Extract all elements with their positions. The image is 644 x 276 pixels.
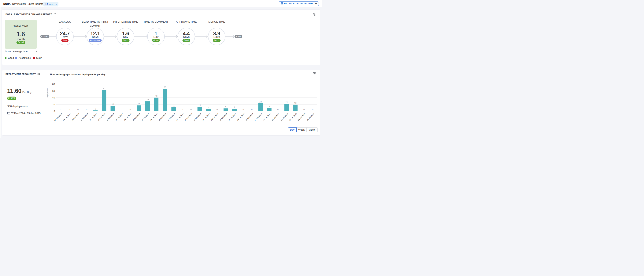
svg-text:0: 0 (69, 108, 70, 111)
svg-text:0: 0 (130, 108, 131, 111)
svg-text:19 Dec 2024: 19 Dec 2024 (158, 113, 167, 121)
svg-text:04 Jan 2025: 04 Jan 2025 (297, 113, 306, 121)
svg-text:8: 8 (225, 105, 226, 108)
svg-text:0: 0 (78, 108, 78, 111)
svg-text:0: 0 (312, 108, 313, 111)
svg-text:0: 0 (86, 108, 87, 111)
svg-text:40: 40 (155, 95, 158, 97)
svg-text:0: 0 (54, 110, 55, 112)
svg-text:0: 0 (216, 108, 218, 111)
svg-text:0: 0 (278, 108, 278, 111)
svg-text:31 Dec 2024: 31 Dec 2024 (262, 113, 271, 121)
svg-text:08 Dec 2024: 08 Dec 2024 (62, 113, 71, 121)
svg-text:28 Dec 2024: 28 Dec 2024 (236, 113, 245, 121)
svg-text:01 Jan 2025: 01 Jan 2025 (271, 113, 280, 121)
svg-text:2: 2 (95, 108, 96, 110)
svg-text:0: 0 (190, 108, 192, 111)
svg-text:25 Dec 2024: 25 Dec 2024 (210, 113, 219, 121)
svg-text:20 Dec 2024: 20 Dec 2024 (167, 113, 176, 121)
svg-text:26 Dec 2024: 26 Dec 2024 (219, 113, 228, 121)
svg-text:0: 0 (251, 108, 252, 111)
svg-text:03 Jan 2025: 03 Jan 2025 (289, 113, 297, 121)
svg-text:07 Dec 2024: 07 Dec 2024 (54, 113, 62, 121)
svg-text:16: 16 (112, 103, 114, 105)
svg-text:9: 9 (269, 105, 270, 108)
svg-text:02 Jan 2025: 02 Jan 2025 (280, 113, 288, 121)
svg-text:19: 19 (294, 102, 296, 104)
svg-text:21: 21 (286, 101, 288, 103)
svg-text:13 Dec 2024: 13 Dec 2024 (106, 113, 114, 121)
svg-text:16 Dec 2024: 16 Dec 2024 (132, 113, 141, 121)
svg-text:11 Dec 2024: 11 Dec 2024 (88, 113, 97, 121)
svg-text:10 Dec 2024: 10 Dec 2024 (80, 113, 88, 121)
svg-text:17 Dec 2024: 17 Dec 2024 (141, 113, 150, 121)
svg-text:60: 60 (52, 90, 55, 92)
svg-text:24 Dec 2024: 24 Dec 2024 (202, 113, 210, 121)
svg-text:66: 66 (164, 86, 166, 88)
svg-text:17: 17 (138, 102, 140, 105)
svg-text:29 Dec 2024: 29 Dec 2024 (245, 113, 254, 121)
svg-text:14 Dec 2024: 14 Dec 2024 (114, 113, 123, 121)
svg-text:22 Dec 2024: 22 Dec 2024 (184, 113, 193, 121)
svg-text:Deployments: Deployments (46, 88, 48, 98)
svg-text:0: 0 (304, 108, 304, 111)
svg-text:62: 62 (103, 87, 105, 90)
svg-text:80: 80 (52, 83, 55, 86)
svg-text:0: 0 (121, 108, 122, 111)
svg-text:0: 0 (182, 108, 183, 111)
svg-text:23 Dec 2024: 23 Dec 2024 (193, 113, 202, 121)
svg-text:7: 7 (234, 106, 235, 108)
svg-text:30 Dec 2024: 30 Dec 2024 (254, 113, 262, 121)
svg-text:21 Dec 2024: 21 Dec 2024 (176, 113, 184, 121)
svg-text:40: 40 (52, 96, 55, 99)
svg-text:18 Dec 2024: 18 Dec 2024 (149, 113, 158, 121)
svg-text:6: 6 (208, 106, 209, 108)
svg-text:12 Dec 2024: 12 Dec 2024 (97, 113, 106, 121)
svg-text:09 Dec 2024: 09 Dec 2024 (71, 113, 80, 121)
svg-text:15 Dec 2024: 15 Dec 2024 (123, 113, 132, 121)
svg-text:05 Jan 2025: 05 Jan 2025 (306, 113, 314, 121)
svg-text:20: 20 (52, 103, 55, 106)
svg-text:12: 12 (198, 104, 201, 106)
svg-text:0: 0 (60, 108, 61, 111)
svg-text:29: 29 (146, 98, 149, 101)
svg-text:27 Dec 2024: 27 Dec 2024 (228, 113, 236, 121)
svg-text:23: 23 (260, 100, 262, 103)
svg-text:11: 11 (172, 104, 175, 107)
svg-text:0: 0 (242, 108, 244, 111)
